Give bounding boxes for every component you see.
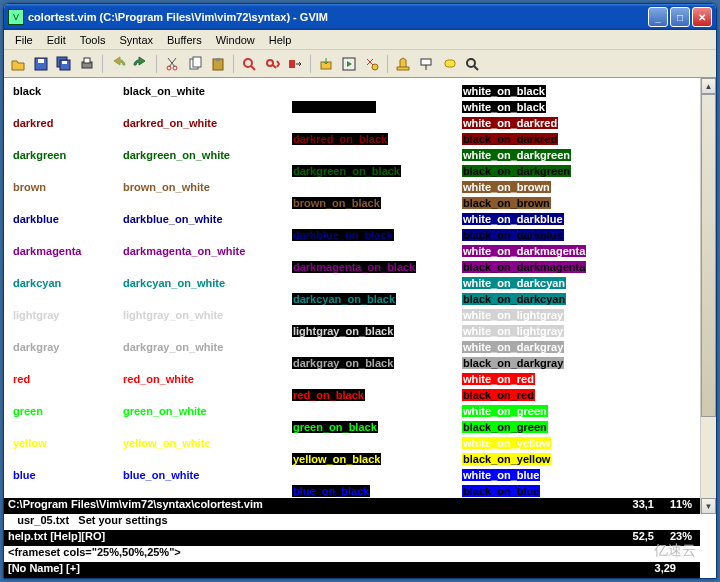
black-on-darkred: black_on_darkred (462, 131, 672, 147)
run-button[interactable] (339, 54, 359, 74)
spacer1-yellow (292, 435, 462, 451)
on-black-brown: brown_on_black (292, 195, 462, 211)
color-name-darkred: darkred (12, 115, 122, 131)
svg-rect-15 (289, 60, 295, 68)
svg-point-21 (467, 59, 475, 67)
spacer1-darkcyan (292, 275, 462, 291)
on-white-lightgray: lightgray_on_white (122, 307, 292, 323)
color-name-lightgray: lightgray (12, 307, 122, 323)
findnext-button[interactable] (262, 54, 282, 74)
on-white-red: red_on_white (122, 371, 292, 387)
on-white-blue: blue_on_white (122, 467, 292, 483)
make-button[interactable] (362, 54, 382, 74)
cut-icon (164, 56, 180, 72)
on-white-darkred: darkred_on_white (122, 115, 292, 131)
save-icon (33, 56, 49, 72)
undo-icon (110, 56, 126, 72)
shell-button[interactable] (393, 54, 413, 74)
spacer2-darkred (12, 131, 122, 147)
scroll-track[interactable] (701, 94, 716, 498)
on-white-darkblue: darkblue_on_white (122, 211, 292, 227)
black-on-darkmagenta: black_on_darkmagenta (462, 259, 672, 275)
open-button[interactable] (8, 54, 28, 74)
on-black-blue: blue_on_black (292, 483, 462, 499)
copy-button[interactable] (185, 54, 205, 74)
svg-rect-12 (216, 58, 220, 61)
spacer2-blue (12, 483, 122, 499)
search-button[interactable] (462, 54, 482, 74)
save-button[interactable] (31, 54, 51, 74)
black-on-darkgray: black_on_darkgray (462, 355, 672, 371)
spacer3-darkblue (122, 227, 292, 243)
watermark: 亿速云 (654, 542, 696, 560)
open-icon (10, 56, 26, 72)
menu-file[interactable]: File (8, 32, 40, 48)
cut-button[interactable] (162, 54, 182, 74)
load-button[interactable] (316, 54, 336, 74)
app-icon: V (8, 9, 24, 25)
tag-icon (418, 56, 434, 72)
svg-rect-6 (84, 58, 90, 63)
svg-rect-4 (62, 61, 67, 64)
paste-button[interactable] (208, 54, 228, 74)
find-button[interactable] (239, 54, 259, 74)
spacer3-red (122, 387, 292, 403)
on-white-black: black_on_white (122, 83, 292, 99)
menu-syntax[interactable]: Syntax (112, 32, 160, 48)
spacer3-darkgreen (122, 163, 292, 179)
on-black-darkmagenta: darkmagenta_on_black (292, 259, 462, 275)
white-on-darkmagenta: white_on_darkmagenta (462, 243, 672, 259)
status-noname: [No Name] [+] (4, 562, 647, 578)
on-white-darkcyan: darkcyan_on_white (122, 275, 292, 291)
redo-button[interactable] (131, 54, 151, 74)
spacer2-darkmagenta (12, 259, 122, 275)
menu-help[interactable]: Help (262, 32, 299, 48)
spacer2-brown (12, 195, 122, 211)
spacer2-darkgreen (12, 163, 122, 179)
svg-rect-10 (193, 57, 201, 67)
white-on-black: white_on_black (462, 99, 672, 115)
status-pos-1: 33,1 (625, 498, 662, 514)
menu-buffers[interactable]: Buffers (160, 32, 209, 48)
spacer1-darkgreen (292, 147, 462, 163)
scroll-up-button[interactable]: ▲ (701, 78, 716, 94)
on-black-yellow: yellow_on_black (292, 451, 462, 467)
scroll-thumb[interactable] (701, 94, 716, 417)
white-on-darkred: white_on_darkred (462, 115, 672, 131)
color-name-darkgreen: darkgreen (12, 147, 122, 163)
saveall-button[interactable] (54, 54, 74, 74)
close-button[interactable]: ✕ (692, 7, 712, 27)
tag-button[interactable] (416, 54, 436, 74)
spacer2-darkgray (12, 355, 122, 371)
white-on-black: white_on_black (462, 83, 672, 99)
spacer2-lightgray (12, 323, 122, 339)
on-white-brown: brown_on_white (122, 179, 292, 195)
editor[interactable]: blackblack_on_whitewhite_on_blackblack_o… (4, 78, 716, 578)
color-name-darkgray: darkgray (12, 339, 122, 355)
black-on-green: black_on_green (462, 419, 672, 435)
spacer3-darkmagenta (122, 259, 292, 275)
black-on-darkgreen: black_on_darkgreen (462, 163, 672, 179)
minimize-button[interactable]: _ (648, 7, 668, 27)
scroll-down-button[interactable]: ▼ (701, 498, 716, 514)
menu-tools[interactable]: Tools (73, 32, 113, 48)
black-on-yellow: black_on_yellow (462, 451, 672, 467)
on-black-lightgray: lightgray_on_black (292, 323, 462, 339)
help-button[interactable] (439, 54, 459, 74)
on-white-darkgray: darkgray_on_white (122, 339, 292, 355)
print-button[interactable] (77, 54, 97, 74)
status-pct-5 (684, 562, 700, 578)
menu-edit[interactable]: Edit (40, 32, 73, 48)
svg-point-18 (372, 64, 378, 70)
undo-button[interactable] (108, 54, 128, 74)
spacer3-lightgray (122, 323, 292, 339)
scrollbar[interactable]: ▲ ▼ (700, 78, 716, 514)
spacer1-darkblue (292, 211, 462, 227)
white-on-darkcyan: white_on_darkcyan (462, 275, 672, 291)
maximize-button[interactable]: □ (670, 7, 690, 27)
menubar: FileEditToolsSyntaxBuffersWindowHelp (4, 30, 716, 50)
replace-button[interactable] (285, 54, 305, 74)
status-file: C:\Program Files\Vim\vim72\syntax\colort… (4, 498, 625, 514)
menu-window[interactable]: Window (209, 32, 262, 48)
color-name-brown: brown (12, 179, 122, 195)
